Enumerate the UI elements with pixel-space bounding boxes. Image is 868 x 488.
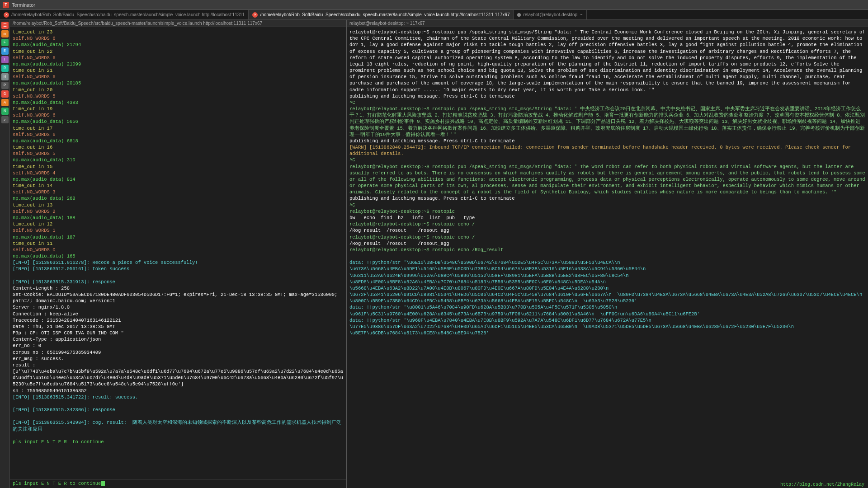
- right-line: ^C relaybot@relaybot-desktop:~$ rostopic: [349, 202, 455, 214]
- left-line: P3p : CP: OTI DSP COR IVA OUR IND COM ": [13, 330, 124, 336]
- left-line: sn : 755908505496151386352: [13, 388, 87, 394]
- left-line: [INFO] [1513863515.342984]: cog. result:…: [13, 420, 341, 432]
- right-line: ^C relaybot@relaybot-desktop:~$ rostopic…: [349, 157, 868, 195]
- tab-label-3: relaybot@relaybot-desktop: ~: [523, 12, 582, 17]
- terminal-left-header: /home/relaybot/Rob_Soft/Baidu_Speech/src…: [10, 20, 346, 27]
- sidebar: ☰ ⚙ F E T R H P G A N ✓: [0, 20, 10, 488]
- right-line: data: !!python/str '\u8001\u5A46\u7084\u…: [349, 305, 700, 316]
- status-bar: http://blog.csdn.net/ZhangRelay: [777, 481, 868, 488]
- left-line: time_out in 12: [13, 221, 52, 227]
- left-line: self.NO_WORDS 6: [13, 55, 56, 61]
- left-line: self.NO_WORDS 4: [13, 170, 56, 176]
- tab-label-2: /home/relaybot/Rob_Soft/Baidu_Speech/src…: [260, 12, 509, 17]
- left-line: time_out in 20: [13, 87, 52, 93]
- left-line: [INFO] [1513863515.341722]: result: succ…: [13, 394, 138, 400]
- sidebar-icon-6[interactable]: H: [1, 73, 9, 80]
- sidebar-icon-3[interactable]: E: [1, 47, 9, 55]
- left-line: np.max(audio_data) 268: [13, 196, 75, 201]
- right-line: relaybot@relaybot-desktop:~$ rostopic ec…: [349, 247, 503, 253]
- tab-1[interactable]: ✕ /home/relaybot/Rob_Soft/Baidu_Speech/s…: [0, 10, 249, 19]
- left-line: self.NO_WORDS 0: [13, 247, 56, 253]
- sidebar-icon-11[interactable]: ✓: [1, 116, 9, 123]
- left-line: np.max(audio_data) 5656: [13, 119, 78, 124]
- left-line: err_msg : success.: [13, 356, 64, 361]
- left-line: corpus_no : 6501994275365934409: [13, 350, 101, 355]
- terminal-left: /home/relaybot/Rob_Soft/Baidu_Speech/src…: [10, 20, 347, 488]
- terminal-right: relaybot@relaybot-desktop: ~ 117x67 rela…: [347, 20, 868, 488]
- sidebar-icon-7[interactable]: P: [1, 82, 9, 89]
- right-line: [WARN] [1513862840.254472]: Inbound TCP/…: [349, 145, 854, 156]
- tab-close-icon-1[interactable]: ✕: [4, 12, 9, 18]
- left-line: np.max(audio_data) 187: [13, 235, 75, 240]
- left-line: self.NO_WORDS 2: [13, 209, 56, 214]
- left-line: [INFO] [1513863515.342306]: response: [13, 407, 115, 413]
- left-line: time_out in 23: [13, 29, 52, 35]
- terminal-right-header: relaybot@relaybot-desktop: ~ 117x67: [347, 20, 868, 27]
- left-line: self.NO_WORDS 6: [13, 113, 56, 118]
- right-line: bw echo find hz info list pub type: [349, 215, 475, 221]
- left-line: [INFO] [1513863511.916278]: Recode a pie…: [13, 260, 198, 265]
- left-line: np.max(audio_data) 310: [13, 157, 75, 163]
- tab-2[interactable]: ✕ /home/relaybot/Rob_Soft/Baidu_Speech/s…: [249, 10, 514, 19]
- left-line: time_out in 17: [13, 126, 52, 131]
- left-line: Set-Cookie: BAIDUID=59A5ECD67180DE4B0ADF…: [13, 292, 340, 304]
- left-line: time_out in 21: [13, 68, 52, 73]
- right-line: data: !!python/str '\u6E10\u8FDB\u548C\u…: [349, 260, 868, 304]
- left-line: np.max(audio_data) 20185: [13, 80, 81, 86]
- sidebar-icon-4[interactable]: T: [1, 56, 9, 63]
- sidebar-icon-10[interactable]: N: [1, 108, 9, 115]
- left-line: self.NO_WORDS 5: [13, 94, 56, 99]
- sidebar-icon-0[interactable]: ☰: [1, 22, 9, 29]
- terminals-container: /home/relaybot/Rob_Soft/Baidu_Speech/src…: [10, 20, 868, 488]
- right-line: ^C relaybot@relaybot-desktop:~$ rostopic…: [349, 100, 865, 137]
- left-line: time_out in 11: [13, 241, 52, 246]
- title-bar: T Terminator: [0, 0, 868, 10]
- left-line: np.max(audio_data) 165: [13, 253, 75, 259]
- left-line: [INFO] [1513863512.056161]: token succes…: [13, 266, 129, 272]
- terminal-left-body[interactable]: time_out in 23 self.NO_WORDS 6 np.max(au…: [10, 27, 346, 479]
- tab-label-1: /home/relaybot/Rob_Soft/Baidu_Speech/src…: [11, 12, 245, 17]
- terminal-left-header-text: /home/relaybot/Rob_Soft/Baidu_Speech/src…: [13, 21, 262, 26]
- left-line: np.max(audio_data) 21099: [13, 61, 81, 67]
- sidebar-icon-5[interactable]: R: [1, 65, 9, 72]
- terminal-input-line: pls input E N T E R to continue: [10, 479, 346, 488]
- sidebar-icon-1[interactable]: ⚙: [1, 30, 9, 38]
- left-line: Content-Length : 258: [13, 286, 70, 291]
- left-line: time_out in 15: [13, 164, 52, 169]
- left-line: result : [u'\u7740\u4eba\u7c7b\u5bf9\u59…: [13, 362, 343, 387]
- left-line: self.NO_WORDS 5: [13, 151, 56, 156]
- left-line: np.max(audio_data) 814: [13, 177, 75, 182]
- left-line: time_out in 19: [13, 106, 52, 112]
- right-line: /Rog_result /rosout /rosout_agg: [349, 228, 449, 233]
- left-line: self.NO_WORDS 6: [13, 74, 56, 80]
- left-line: err_no : 0: [13, 343, 41, 348]
- terminal-right-header-text: relaybot@relaybot-desktop: ~ 117x67: [349, 21, 425, 26]
- right-line: data: !!python/str '\u968F\u4EBA\u7840\u…: [349, 318, 800, 336]
- right-line: /Rog_result /rosout /rosout_agg: [349, 241, 449, 246]
- left-line: pls input E N T E R to continue: [13, 439, 104, 445]
- right-line: publishing and latching message. Press c…: [349, 138, 514, 144]
- input-text: pls input E N T E R to continue: [13, 481, 101, 486]
- sidebar-icon-2[interactable]: F: [1, 39, 9, 46]
- main-content: ☰ ⚙ F E T R H P G A N ✓ /home/relaybot/R…: [0, 20, 868, 488]
- left-line: time_out in 14: [13, 183, 52, 188]
- left-line: self.NO_WORDS 1: [13, 228, 56, 233]
- tab-close-icon-2[interactable]: ✕: [252, 12, 258, 18]
- left-line: self.NO_WORDS 6: [13, 36, 56, 41]
- left-line: Date : Thu, 21 Dec 2017 13:38:35 GMT: [13, 324, 115, 329]
- left-line: np.max(audio_data) 4383: [13, 100, 78, 105]
- app-icon: T: [3, 2, 9, 8]
- right-line: relaybot@relaybot-desktop:~$ rostopic ec…: [349, 235, 475, 240]
- left-line: time_out in 22: [13, 49, 52, 54]
- right-line: relaybot@relaybot-desktop:~$ rostopic pu…: [349, 29, 868, 93]
- tab-3[interactable]: relaybot@relaybot-desktop: ~: [514, 10, 586, 19]
- left-line: time_out in 16: [13, 145, 52, 150]
- sidebar-icon-8[interactable]: G: [1, 90, 9, 98]
- app-title: Terminator: [12, 2, 35, 8]
- sidebar-icon-9[interactable]: A: [1, 99, 9, 106]
- right-line: publishing and latching message. Press c…: [349, 94, 514, 99]
- left-line: time_out in 13: [13, 202, 52, 208]
- left-line: Tracecode : 23153428140407163146122121: [13, 318, 121, 323]
- terminal-right-body[interactable]: relaybot@relaybot-desktop:~$ rostopic pu…: [347, 27, 868, 488]
- tab-dot-3: [517, 13, 521, 17]
